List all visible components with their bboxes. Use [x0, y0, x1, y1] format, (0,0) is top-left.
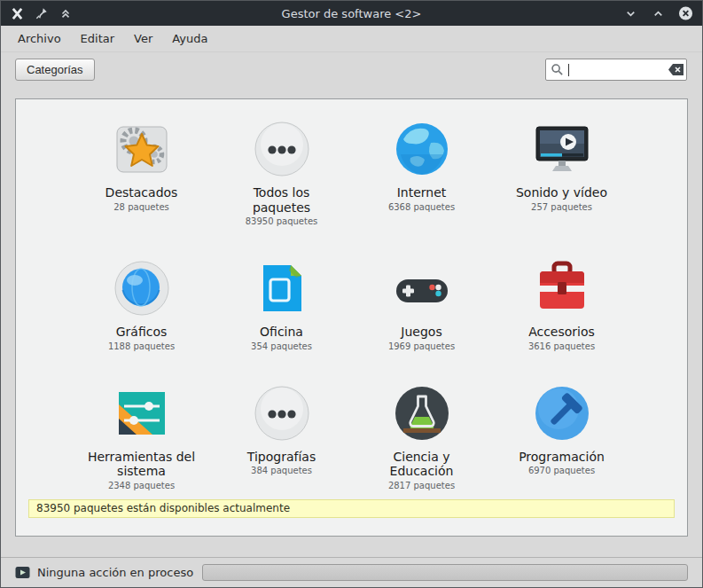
- clear-search-icon[interactable]: [668, 63, 684, 76]
- category-tile-herramientas-del-sistema[interactable]: Herramientas del sistema 2348 paquetes: [72, 383, 212, 490]
- category-tile-destacados[interactable]: Destacados 28 paquetes: [72, 119, 212, 226]
- category-name: Juegos: [401, 325, 441, 340]
- app-window: Gestor de software <2> Archi: [0, 0, 703, 588]
- close-icon[interactable]: [678, 6, 693, 21]
- category-count: 28 paquetes: [113, 202, 169, 212]
- menu-editar[interactable]: Editar: [73, 28, 123, 49]
- category-count: 384 paquetes: [251, 466, 312, 475]
- category-name: Sonido y vídeo: [516, 185, 607, 200]
- category-count: 83950 paquetes: [246, 216, 318, 226]
- categories-grid: Destacados 28 paquetes Todos los paquete…: [16, 99, 687, 490]
- category-count: 1969 paquetes: [388, 341, 455, 351]
- toolbar: Categorías: [1, 52, 702, 88]
- category-count: 6368 paquetes: [388, 202, 455, 212]
- dots-circle-icon: [252, 119, 312, 179]
- categories-button[interactable]: Categorías: [15, 59, 95, 81]
- search-input[interactable]: [545, 59, 687, 81]
- category-name: Accesorios: [528, 325, 595, 340]
- menu-archivo[interactable]: Archivo: [10, 28, 69, 49]
- category-tile-graficos[interactable]: Gráficos 1188 paquetes: [72, 258, 212, 351]
- category-count: 3616 paquetes: [528, 341, 595, 351]
- category-count: 2817 paquetes: [388, 481, 455, 490]
- progress-bar: [202, 564, 688, 581]
- statusbar: Ninguna acción en proceso: [1, 557, 702, 587]
- search-icon: [551, 63, 564, 76]
- app-icon: [10, 6, 25, 21]
- shade-icon[interactable]: [58, 6, 73, 21]
- category-count: 257 paquetes: [531, 202, 592, 212]
- window-title: Gestor de software <2>: [1, 7, 702, 20]
- flask-icon: [392, 383, 452, 443]
- category-tile-sonido-y-video[interactable]: Sonido y vídeo 257 paquetes: [492, 119, 632, 226]
- hammer-icon: [532, 383, 592, 443]
- maximize-icon[interactable]: [651, 6, 666, 21]
- category-name: Gráficos: [116, 325, 168, 340]
- category-name: Oficina: [260, 325, 303, 340]
- chevron-down-icon[interactable]: [623, 6, 638, 21]
- category-count: 354 paquetes: [251, 341, 312, 351]
- globe-icon: [392, 119, 452, 179]
- toolbox-icon: [532, 258, 592, 318]
- category-tile-internet[interactable]: Internet 6368 paquetes: [352, 119, 492, 226]
- window-spacer: [1, 537, 702, 557]
- category-tile-accesorios[interactable]: Accesorios 3616 paquetes: [492, 258, 632, 351]
- category-name: Destacados: [105, 185, 178, 200]
- category-name: Herramientas del sistema: [84, 450, 199, 479]
- category-tile-oficina[interactable]: Oficina 354 paquetes: [212, 258, 352, 351]
- category-tile-tipografias[interactable]: Tipografías 384 paquetes: [212, 383, 352, 490]
- document-icon: [252, 258, 312, 318]
- category-name: Tipografías: [247, 450, 316, 465]
- menubar: Archivo Editar Ver Ayuda: [1, 26, 702, 52]
- category-name: Ciencia y Educación: [364, 450, 480, 479]
- gamepad-icon: [392, 258, 452, 318]
- text-cursor: [568, 64, 569, 76]
- category-tile-programacion[interactable]: Programación 6970 paquetes: [492, 383, 632, 490]
- category-count: 6970 paquetes: [528, 466, 595, 475]
- status-text: Ninguna acción en proceso: [37, 566, 193, 579]
- category-name: Programación: [519, 450, 605, 465]
- info-message-bar: 83950 paquetes están disponibles actualm…: [28, 499, 675, 518]
- sphere-icon: [112, 258, 172, 318]
- categories-panel: Destacados 28 paquetes Todos los paquete…: [15, 98, 688, 537]
- category-count: 1188 paquetes: [108, 341, 175, 351]
- category-name: Todos los paquetes: [224, 185, 340, 215]
- status-icon: [15, 566, 30, 579]
- dots-circle-icon: [252, 383, 312, 443]
- category-count: 2348 paquetes: [108, 481, 175, 490]
- category-name: Internet: [397, 185, 447, 200]
- titlebar[interactable]: Gestor de software <2>: [1, 1, 702, 26]
- menu-ver[interactable]: Ver: [126, 28, 160, 49]
- category-tile-ciencia-y-educacion[interactable]: Ciencia y Educación 2817 paquetes: [352, 383, 492, 490]
- sliders-icon: [112, 383, 172, 443]
- pin-icon[interactable]: [34, 6, 49, 21]
- monitor-play-icon: [532, 119, 592, 179]
- gears-star-icon: [112, 119, 172, 179]
- menu-ayuda[interactable]: Ayuda: [164, 28, 215, 49]
- category-tile-juegos[interactable]: Juegos 1969 paquetes: [352, 258, 492, 351]
- category-tile-todos-los-paquetes[interactable]: Todos los paquetes 83950 paquetes: [212, 119, 352, 226]
